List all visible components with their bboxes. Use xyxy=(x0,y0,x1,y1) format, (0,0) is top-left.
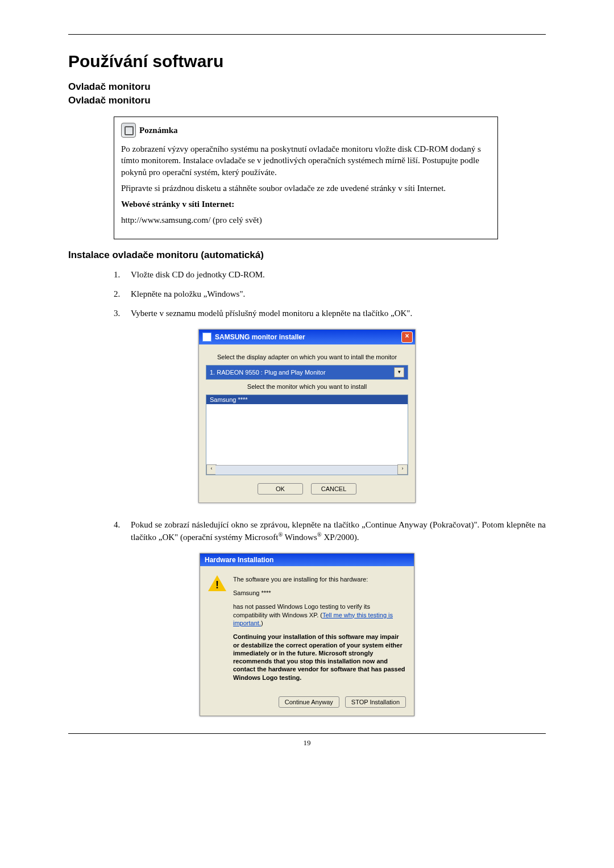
scroll-right-icon[interactable]: › xyxy=(397,464,408,475)
note-header: Poznámka xyxy=(121,123,491,138)
step-text: Vložte disk CD do jednotky CD-ROM. xyxy=(131,269,546,280)
hw-line-1: The software you are installing for this… xyxy=(233,575,406,583)
step-text-part: XP/2000). xyxy=(322,533,359,542)
instruction-list: 1. Vložte disk CD do jednotky CD-ROM. 2.… xyxy=(114,269,546,319)
dialog-titlebar: SAMSUNG monitor installer × xyxy=(199,330,415,344)
note-box: Poznámka Po zobrazení výzvy operačního s… xyxy=(114,117,498,239)
installer-dialog: SAMSUNG monitor installer × Select the d… xyxy=(198,329,416,503)
ok-button[interactable]: OK xyxy=(258,483,303,495)
registered-mark: ® xyxy=(317,531,322,538)
close-icon[interactable]: × xyxy=(401,331,413,343)
top-rule xyxy=(68,34,546,35)
installer-dialog-figure: SAMSUNG monitor installer × Select the d… xyxy=(68,329,546,503)
note-label: Poznámka xyxy=(139,124,178,136)
exclamation-glyph: ! xyxy=(208,579,226,591)
step-text: Klepněte na položku „Windows". xyxy=(131,288,546,300)
note-paragraph-1: Po zobrazení výzvy operačního systému na… xyxy=(121,143,491,178)
step-number: 4. xyxy=(114,519,131,543)
monitor-list-item[interactable]: Samsung **** xyxy=(206,395,408,404)
continue-anyway-button[interactable]: Continue Anyway xyxy=(279,696,339,708)
page-title: Používání softwaru xyxy=(68,52,546,71)
step-text-part: Windows xyxy=(283,533,317,542)
step-number: 2. xyxy=(114,288,131,300)
monitor-listbox[interactable]: Samsung **** ‹ › xyxy=(206,394,408,475)
list-item: 4. Pokud se zobrazí následující okno se … xyxy=(114,519,546,543)
note-icon xyxy=(121,123,136,138)
hw-warning-bold: Continuing your installation of this sof… xyxy=(233,633,406,682)
adapter-label: Select the display adapter on which you … xyxy=(206,354,408,360)
step-text: Pokud se zobrazí následující okno se zpr… xyxy=(131,519,546,543)
dialog-title: Hardware Installation xyxy=(200,554,414,566)
adapter-dropdown[interactable]: 1. RADEON 9550 : Plug and Play Monitor ▾ xyxy=(206,365,408,380)
cancel-button[interactable]: CANCEL xyxy=(311,483,356,495)
chevron-down-icon[interactable]: ▾ xyxy=(394,367,404,377)
list-item: 2. Klepněte na položku „Windows". xyxy=(114,288,546,300)
list-item: 1. Vložte disk CD do jednotky CD-ROM. xyxy=(114,269,546,280)
section-heading-2: Ovladač monitoru xyxy=(68,95,546,106)
dialog-title: SAMSUNG monitor installer xyxy=(215,333,305,341)
bottom-rule xyxy=(68,733,546,734)
install-heading: Instalace ovladače monitoru (automatická… xyxy=(68,250,546,261)
dialog-message: The software you are installing for this… xyxy=(233,575,406,687)
step-text: Vyberte v seznamu modelů příslušný model… xyxy=(131,308,546,319)
stop-installation-button[interactable]: STOP Installation xyxy=(345,696,406,708)
hw-line-3: has not passed Windows Logo testing to v… xyxy=(233,603,406,627)
hw-text-part: ) xyxy=(261,620,263,626)
instruction-list-continued: 4. Pokud se zobrazí následující okno se … xyxy=(114,519,546,543)
monitor-label: Select the monitor which you want to ins… xyxy=(206,383,408,390)
app-icon xyxy=(202,333,211,342)
adapter-selected: 1. RADEON 9550 : Plug and Play Monitor xyxy=(210,369,326,376)
section-heading-1: Ovladač monitoru xyxy=(68,81,546,93)
warning-icon: ! xyxy=(208,575,226,593)
hardware-dialog-figure: Hardware Installation ! The software you… xyxy=(68,553,546,716)
scrollbar[interactable] xyxy=(215,465,399,475)
hardware-dialog: Hardware Installation ! The software you… xyxy=(200,553,414,716)
step-number: 3. xyxy=(114,308,131,319)
hw-device-name: Samsung **** xyxy=(233,589,406,597)
list-item: 3. Vyberte v seznamu modelů příslušný mo… xyxy=(114,308,546,319)
note-url: http://www.samsung.com/ (pro celý svět) xyxy=(121,214,491,226)
step-number: 1. xyxy=(114,269,131,280)
note-paragraph-2: Připravte si prázdnou disketu a stáhněte… xyxy=(121,182,491,194)
note-web-label: Webové stránky v síti Internet: xyxy=(121,198,491,210)
page-number: 19 xyxy=(68,738,546,747)
